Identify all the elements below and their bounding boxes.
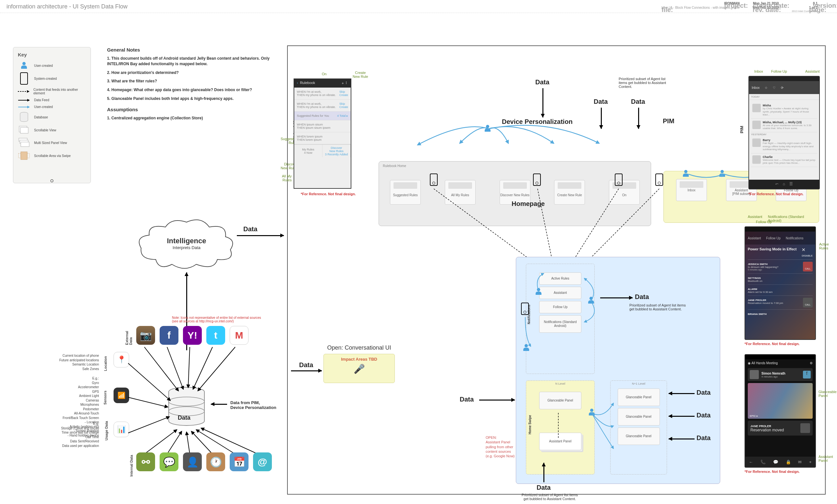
sensors-cat: Sensors xyxy=(103,391,107,404)
notif-assist-green: Assistant xyxy=(748,215,762,219)
dev-pers-title: Device Personalization xyxy=(502,118,573,126)
pim-subset-bottom: Prioritized subset of Agent list items g… xyxy=(521,493,578,501)
svg-line-26 xyxy=(144,430,177,454)
svg-rect-8 xyxy=(20,127,28,133)
key-panel: Key User-created System-created Content … xyxy=(13,47,91,183)
email-icon: @ xyxy=(253,452,272,471)
data-label-hp-right1: Data xyxy=(635,293,649,301)
pim-inbox-green: Inbox xyxy=(754,69,763,73)
hp-notifications-group: Notifications Active Rules Assistant Fol… xyxy=(526,264,595,374)
key-user-created: User-created xyxy=(18,62,86,69)
arrow-data-pim2 xyxy=(638,108,639,129)
sensors-icon: 📶 xyxy=(113,388,129,403)
instagram-icon: 📷 xyxy=(136,326,155,345)
hp-glance-3: Glanceable Panel xyxy=(618,428,660,445)
pim-followup-green: Follow Up xyxy=(771,69,787,73)
pim-device-right xyxy=(655,174,663,186)
all-my-rules-green-label: All My Rules xyxy=(282,174,292,182)
homepage-title: Homepage xyxy=(512,200,545,208)
page-header: information architecture - UI System Dat… xyxy=(0,0,837,13)
intelligence-cloud: IntelligenceInterprets Data xyxy=(136,217,237,272)
pim-person2 xyxy=(718,170,726,177)
data-label-top: Data xyxy=(535,78,549,86)
home-assist-green: Assistant Panel xyxy=(819,455,833,463)
hp-person3 xyxy=(523,344,530,351)
cloud-data-arrow xyxy=(237,235,284,236)
home-glance-green: Glanceable Panel xyxy=(819,390,837,398)
pim-title: PIM xyxy=(663,118,675,125)
hp-assistant: Assistant xyxy=(539,287,581,299)
facebook-icon: f xyxy=(160,326,178,345)
svg-line-20 xyxy=(188,347,190,388)
arrow-data-hp-g2 xyxy=(669,416,695,417)
data-label-hp-bottom: Data xyxy=(537,484,551,491)
hp-device xyxy=(521,303,529,315)
data-label-hp-g2: Data xyxy=(696,412,711,419)
clock-icon: 🕐 xyxy=(206,452,225,471)
conversational-ui: Open: Conversational UI Impact Areas TBD… xyxy=(323,344,395,383)
internal-data-cat: Internal Data xyxy=(129,455,133,477)
key-user-created-arrow: User-created xyxy=(18,105,86,109)
messaging-icon: 💬 xyxy=(160,452,178,471)
open-assistant-note: OPEN: Assistant Panel pulling from other… xyxy=(486,435,516,458)
dp-on: On xyxy=(609,180,640,205)
yahoo-icon: Y! xyxy=(183,326,202,345)
arrow-data-devpers xyxy=(542,88,544,118)
svg-line-25 xyxy=(128,417,170,433)
usage-icon: 📊 xyxy=(113,421,129,437)
arrow-data-pim1 xyxy=(601,108,602,129)
pim-device-left xyxy=(615,174,623,186)
dp-suggested-rules: Suggested Rules xyxy=(390,180,421,205)
home-screen-phone-mock: ◉ All Hands Meeting⚙ Simon Nemrath4 minu… xyxy=(745,354,816,468)
data-label-cloud: Data xyxy=(243,226,257,233)
svg-line-31 xyxy=(201,428,258,454)
pim-person1 xyxy=(682,170,689,177)
dp-person xyxy=(484,125,491,132)
hp-person1 xyxy=(535,288,542,295)
notifications-phone-mock: AssistantFollow UpNotifications Power Sa… xyxy=(745,227,816,340)
svg-rect-11 xyxy=(21,142,29,147)
hp-n-level: N Level Home Swipe Glanceable Panel Assi… xyxy=(526,380,595,474)
dp-device-left xyxy=(430,174,438,186)
key-multi-panel: Multi Sized Panel View xyxy=(18,138,86,148)
notif-ref-note: *For Reference. Not final design. xyxy=(745,342,800,346)
general-notes: General Notes 1. This document builds of… xyxy=(107,47,276,124)
version-meta: version: 0.1 page: 1 of 1 2013 Intel Con… xyxy=(791,1,818,13)
svg-line-29 xyxy=(191,431,213,454)
rulebook-mockup: ‹Rulebook＋ ⠇ WHEN I'm at work, THEN my p… xyxy=(293,78,351,189)
svg-line-19 xyxy=(167,347,183,389)
on-green-label: On xyxy=(322,72,327,76)
data-database xyxy=(165,386,208,428)
hp-n1-level: N+1 Level Glanceable Panel Glanceable Pa… xyxy=(610,380,667,474)
svg-line-30 xyxy=(196,430,235,454)
notif-std-green: Notifications (Standard Android) xyxy=(768,215,807,222)
key-scrollable: Scrollable View xyxy=(18,126,86,134)
hp-assistant-panel: Assistant Panel xyxy=(539,433,581,450)
hp-follow-up: Follow Up xyxy=(539,301,581,313)
hp-person2 xyxy=(588,297,595,304)
data-label-hp-g1: Data xyxy=(696,389,711,396)
device-personalization-region: Rulebook Home Suggested Rules All My Rul… xyxy=(379,161,651,226)
main-diagram-canvas: Rulebook Home On Create New Rule Suggest… xyxy=(287,46,826,494)
key-database: Database xyxy=(18,112,86,122)
pim-to-db-arrow xyxy=(211,404,227,405)
data-label-conv: Data xyxy=(299,361,313,369)
notif-active-green: Active Rules xyxy=(819,242,829,250)
svg-line-18 xyxy=(144,347,178,391)
voicemail-icon: ⚯ xyxy=(136,452,155,471)
svg-rect-14 xyxy=(27,154,30,158)
svg-rect-12 xyxy=(21,152,27,160)
home-ref-note: *For Reference. Not final design. xyxy=(745,470,800,473)
dp-create-rule: Create New Rule xyxy=(554,180,585,205)
maps-icon: 📍 xyxy=(113,352,129,367)
project-meta: project: IRONMAN file: Uber IA - Block F… xyxy=(661,1,740,10)
data-label-hp-left: Data xyxy=(460,396,474,403)
key-swipe-area: Scrollable Area via Swipe xyxy=(18,151,86,161)
arrow-data-hp-glance xyxy=(479,400,515,400)
location-list: Current location of phone Future anticip… xyxy=(33,354,99,371)
rulebook-ref-note: *For Reference. Not final design. xyxy=(301,192,356,196)
svg-marker-1 xyxy=(27,90,30,93)
svg-marker-5 xyxy=(27,106,30,108)
arrow-data-hp-g3 xyxy=(669,438,695,439)
hp-person4 xyxy=(588,409,595,416)
